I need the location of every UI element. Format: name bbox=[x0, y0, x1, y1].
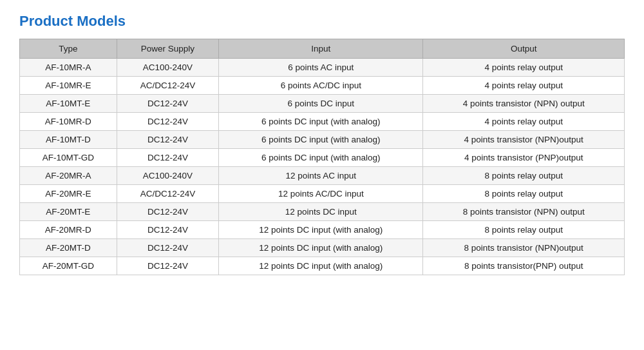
table-row: AF-20MT-EDC12-24V12 points DC input8 poi… bbox=[20, 203, 625, 221]
cell-input: 12 points AC/DC input bbox=[219, 185, 423, 203]
cell-type: AF-10MR-A bbox=[20, 59, 117, 77]
table-row: AF-20MT-GDDC12-24V12 points DC input (wi… bbox=[20, 257, 625, 275]
cell-output: 4 points transistor (PNP)output bbox=[423, 149, 625, 167]
cell-input: 12 points DC input (with analog) bbox=[219, 257, 423, 275]
cell-output: 8 points relay output bbox=[423, 167, 625, 185]
cell-power: DC12-24V bbox=[117, 203, 219, 221]
cell-output: 8 points relay output bbox=[423, 221, 625, 239]
product-models-table: Type Power Supply Input Output AF-10MR-A… bbox=[19, 39, 625, 275]
cell-input: 6 points DC input bbox=[219, 95, 423, 113]
cell-power: DC12-24V bbox=[117, 239, 219, 257]
cell-type: AF-10MR-D bbox=[20, 113, 117, 131]
cell-power: AC100-240V bbox=[117, 59, 219, 77]
cell-power: DC12-24V bbox=[117, 221, 219, 239]
cell-type: AF-20MT-GD bbox=[20, 257, 117, 275]
col-header-power: Power Supply bbox=[117, 39, 219, 59]
table-row: AF-20MR-AAC100-240V12 points AC input8 p… bbox=[20, 167, 625, 185]
table-row: AF-10MR-AAC100-240V6 points AC input4 po… bbox=[20, 59, 625, 77]
cell-output: 4 points relay output bbox=[423, 77, 625, 95]
cell-output: 4 points transistor (NPN) output bbox=[423, 95, 625, 113]
table-header-row: Type Power Supply Input Output bbox=[20, 39, 625, 59]
cell-input: 6 points DC input (with analog) bbox=[219, 131, 423, 149]
cell-type: AF-20MR-D bbox=[20, 221, 117, 239]
cell-power: DC12-24V bbox=[117, 131, 219, 149]
cell-type: AF-10MT-GD bbox=[20, 149, 117, 167]
cell-power: AC100-240V bbox=[117, 167, 219, 185]
cell-input: 6 points AC/DC input bbox=[219, 77, 423, 95]
cell-type: AF-20MT-E bbox=[20, 203, 117, 221]
cell-type: AF-10MT-E bbox=[20, 95, 117, 113]
cell-power: DC12-24V bbox=[117, 149, 219, 167]
table-row: AF-20MT-DDC12-24V12 points DC input (wit… bbox=[20, 239, 625, 257]
cell-type: AF-10MT-D bbox=[20, 131, 117, 149]
cell-output: 8 points relay output bbox=[423, 185, 625, 203]
cell-input: 12 points DC input bbox=[219, 203, 423, 221]
cell-input: 6 points DC input (with analog) bbox=[219, 113, 423, 131]
table-row: AF-10MR-DDC12-24V6 points DC input (with… bbox=[20, 113, 625, 131]
table-row: AF-10MT-EDC12-24V6 points DC input4 poin… bbox=[20, 95, 625, 113]
cell-type: AF-20MT-D bbox=[20, 239, 117, 257]
cell-input: 12 points AC input bbox=[219, 167, 423, 185]
table-row: AF-20MR-EAC/DC12-24V12 points AC/DC inpu… bbox=[20, 185, 625, 203]
cell-power: DC12-24V bbox=[117, 257, 219, 275]
table-row: AF-10MT-GDDC12-24V6 points DC input (wit… bbox=[20, 149, 625, 167]
cell-power: DC12-24V bbox=[117, 95, 219, 113]
cell-input: 6 points DC input (with analog) bbox=[219, 149, 423, 167]
cell-power: AC/DC12-24V bbox=[117, 77, 219, 95]
cell-output: 8 points transistor(PNP) output bbox=[423, 257, 625, 275]
cell-output: 4 points relay output bbox=[423, 113, 625, 131]
cell-type: AF-10MR-E bbox=[20, 77, 117, 95]
page-title: Product Models bbox=[19, 13, 625, 30]
col-header-output: Output bbox=[423, 39, 625, 59]
cell-power: DC12-24V bbox=[117, 113, 219, 131]
cell-output: 4 points relay output bbox=[423, 59, 625, 77]
cell-input: 12 points DC input (with analog) bbox=[219, 221, 423, 239]
cell-input: 6 points AC input bbox=[219, 59, 423, 77]
cell-power: AC/DC12-24V bbox=[117, 185, 219, 203]
table-row: AF-10MR-EAC/DC12-24V6 points AC/DC input… bbox=[20, 77, 625, 95]
cell-type: AF-20MR-A bbox=[20, 167, 117, 185]
cell-output: 8 points transistor (NPN)output bbox=[423, 239, 625, 257]
table-row: AF-10MT-DDC12-24V6 points DC input (with… bbox=[20, 131, 625, 149]
cell-output: 8 points transistor (NPN) output bbox=[423, 203, 625, 221]
cell-input: 12 points DC input (with analog) bbox=[219, 239, 423, 257]
cell-type: AF-20MR-E bbox=[20, 185, 117, 203]
col-header-type: Type bbox=[20, 39, 117, 59]
col-header-input: Input bbox=[219, 39, 423, 59]
table-row: AF-20MR-DDC12-24V12 points DC input (wit… bbox=[20, 221, 625, 239]
cell-output: 4 points transistor (NPN)output bbox=[423, 131, 625, 149]
